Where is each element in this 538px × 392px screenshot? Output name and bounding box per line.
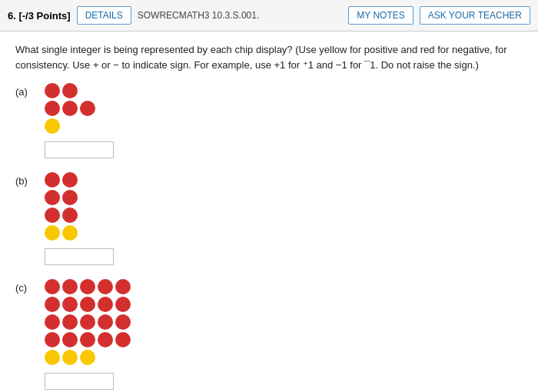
chip-red-1-0-1 [62,172,78,188]
answer-input-1[interactable] [45,248,114,265]
chip-red-0-1-2 [80,101,95,116]
chip-red-2-1-3 [98,297,113,312]
part-content-2 [45,279,131,390]
part-label-0: (a) [15,83,37,98]
chip-red-2-0-0 [45,279,60,294]
part-2: (c) [15,279,523,390]
part-1: (b) [15,172,523,265]
chip-row-0-0 [45,83,114,98]
chip-red-2-0-2 [80,279,95,294]
chip-red-2-1-4 [115,297,131,312]
chip-row-1-3 [45,225,114,241]
chip-red-2-3-2 [80,332,95,347]
chip-red-1-2-1 [62,208,78,223]
chip-row-0-1 [45,101,114,116]
chip-row-2-2 [45,314,131,330]
part-content-0 [45,83,114,158]
chip-row-1-0 [45,172,114,188]
chip-red-0-1-1 [62,101,78,116]
chip-yellow-2-4-1 [62,350,78,365]
chip-red-2-3-4 [115,332,131,347]
part-label-1: (b) [15,172,37,187]
chip-yellow-1-3-1 [62,225,78,241]
chip-red-2-2-3 [98,314,113,330]
content-area: What single integer is being represented… [0,32,538,392]
chip-red-2-1-0 [45,297,60,312]
chip-grid-1 [45,172,114,241]
question-number: 6. [-/3 Points] [8,10,71,22]
part-0: (a) [15,83,523,158]
chip-yellow-2-4-2 [80,350,95,365]
details-button[interactable]: DETAILS [77,6,131,25]
chip-red-2-3-1 [62,332,78,347]
chip-red-1-0-0 [45,172,60,188]
my-notes-button[interactable]: MY NOTES [348,6,413,25]
chip-red-2-0-1 [62,279,78,294]
chip-red-0-1-0 [45,101,60,116]
chip-red-2-2-1 [62,314,78,330]
chip-red-1-1-1 [62,190,78,205]
chip-red-2-3-3 [98,332,113,347]
chip-grid-2 [45,279,131,365]
chip-row-2-4 [45,350,131,365]
chip-red-1-2-0 [45,208,60,223]
chip-red-2-1-2 [80,297,95,312]
parts-container: (a)(b)(c) [15,83,523,390]
chip-yellow-1-3-0 [45,225,60,241]
chip-red-2-2-0 [45,314,60,330]
chip-red-2-0-3 [98,279,113,294]
chip-row-2-0 [45,279,131,294]
answer-input-2[interactable] [45,373,114,390]
course-code: SOWRECMATH3 10.3.S.001. [138,10,260,21]
chip-row-1-2 [45,208,114,223]
ask-teacher-button[interactable]: ASK YOUR TEACHER [420,6,530,25]
chip-red-1-1-0 [45,190,60,205]
chip-red-2-1-1 [62,297,78,312]
chip-red-2-2-4 [115,314,131,330]
chip-red-2-0-4 [115,279,131,294]
chip-yellow-2-4-0 [45,350,60,365]
answer-input-0[interactable] [45,141,114,158]
chip-red-0-0-1 [62,83,78,98]
chip-row-1-1 [45,190,114,205]
header-left: 6. [-/3 Points] DETAILS SOWRECMATH3 10.3… [8,6,342,25]
chip-red-2-2-2 [80,314,95,330]
header: 6. [-/3 Points] DETAILS SOWRECMATH3 10.3… [0,0,538,32]
chip-row-0-2 [45,118,114,134]
chip-grid-0 [45,83,114,134]
chip-row-2-1 [45,297,131,312]
chip-red-0-0-0 [45,83,60,98]
part-label-2: (c) [15,279,37,294]
part-content-1 [45,172,114,265]
chip-row-2-3 [45,332,131,347]
header-right: MY NOTES ASK YOUR TEACHER [348,6,530,25]
question-text: What single integer is being represented… [15,42,523,72]
chip-red-2-3-0 [45,332,60,347]
chip-yellow-0-2-0 [45,118,60,134]
